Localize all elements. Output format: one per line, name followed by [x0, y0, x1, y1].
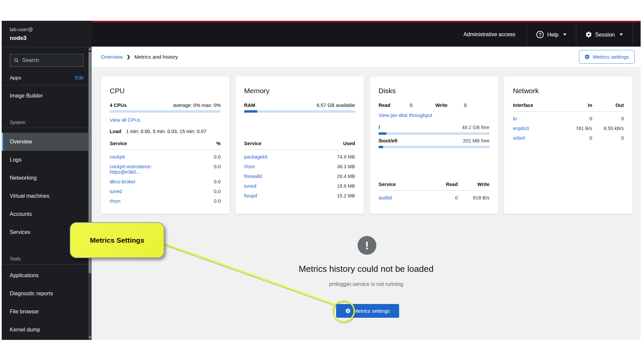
view-all-cpus-link[interactable]: View all CPUs: [110, 117, 141, 123]
service-read: 0: [426, 195, 458, 200]
disk-write-value: 0: [464, 103, 489, 108]
free-space: 49.2 GB free: [462, 125, 489, 130]
breadcrumb-overview-link[interactable]: Overview: [101, 54, 123, 60]
metrics-settings-button-primary[interactable]: Metrics settings: [336, 304, 399, 318]
session-label: Session: [595, 32, 615, 38]
help-menu[interactable]: ? Help: [527, 22, 576, 47]
service-value: 38.3 MB: [311, 164, 355, 169]
logged-in-user: lab-user@: [10, 25, 84, 34]
interface-link[interactable]: enp0s3: [513, 126, 560, 131]
divider: [2, 128, 92, 128]
disks-card-title: Disks: [379, 86, 490, 95]
apps-label: Apps: [10, 75, 21, 80]
filesystem-row: / 49.2 GB free: [379, 125, 490, 135]
memory-card-title: Memory: [244, 86, 355, 95]
table-row: enp0s3 781 B/s 9.55 kB/s: [513, 121, 624, 131]
help-label: Help: [547, 32, 558, 38]
column-header-service: Service: [110, 141, 176, 146]
empty-state-subtitle: pmlogger.service is not running: [92, 281, 641, 287]
disk-usage-bar-fill: [379, 132, 386, 135]
service-link[interactable]: cockpit: [110, 154, 176, 160]
table-row: packagekit 74.8 MB: [244, 150, 355, 160]
service-link[interactable]: fwupd: [244, 193, 311, 198]
column-header-in: In: [560, 103, 592, 108]
service-link[interactable]: dbus-broker: [110, 179, 176, 184]
ram-available: 6.57 GB available: [317, 103, 355, 108]
network-interface-rows: lo 0 0 enp0s3 781 B/s 9.55 kB/s: [513, 112, 624, 141]
administrative-access-button[interactable]: Administrative access: [464, 32, 527, 38]
search-input[interactable]: [22, 57, 79, 63]
session-menu[interactable]: Session: [576, 22, 632, 47]
sidebar-item-image-builder[interactable]: Image Builder: [2, 87, 92, 105]
sidebar-item-diagnostic-reports[interactable]: Diagnostic reports: [2, 285, 92, 303]
apps-edit-link[interactable]: Edit: [75, 75, 84, 80]
cpu-card: CPU 4 CPUs average: 0% max: 0% View all …: [101, 76, 229, 214]
load-values: 1 min: 0.00, 5 min: 0.03, 15 min: 0.07: [126, 129, 206, 134]
service-value: 0.0: [176, 154, 220, 160]
sidebar-item-accounts[interactable]: Accounts: [2, 205, 92, 223]
content-area: Overview ❯ Metrics and history Metrics s…: [92, 47, 641, 340]
interface-link[interactable]: virbr0: [513, 135, 560, 141]
ram-usage-bar-fill: [244, 110, 258, 113]
service-link[interactable]: packagekit: [244, 154, 311, 160]
network-card-title: Network: [513, 86, 624, 95]
gear-icon: [585, 54, 590, 59]
service-value: 0.0: [176, 164, 220, 175]
interface-in: 781 B/s: [560, 126, 592, 131]
usage-cards: CPU 4 CPUs average: 0% max: 0% View all …: [101, 76, 633, 214]
masthead-spacer: [633, 22, 641, 47]
breadcrumb-bar: Overview ❯ Metrics and history Metrics s…: [92, 47, 641, 67]
annotation-label: Metrics Settings: [90, 236, 144, 244]
table-row: tuned 18.8 MB: [244, 179, 355, 189]
metrics-settings-button-top[interactable]: Metrics settings: [579, 50, 635, 64]
service-value: 0.0: [176, 189, 220, 194]
column-header-write: Write: [458, 182, 490, 187]
service-link[interactable]: auditd: [379, 195, 426, 200]
interface-out: 0: [592, 135, 624, 141]
service-link[interactable]: firewalld: [244, 174, 311, 179]
sidebar-item-virtual-machines[interactable]: Virtual machines: [2, 187, 92, 205]
apps-row: Apps Edit: [2, 75, 92, 85]
sidebar-item-networking[interactable]: Networking: [2, 169, 92, 187]
sidebar-item-file-browser[interactable]: File browser: [2, 303, 92, 321]
help-icon: ?: [536, 31, 544, 38]
sidebar-item-applications[interactable]: Applications: [2, 266, 92, 285]
cpu-service-table: Service % cockpit 0.0 cockpit-wsinst: [110, 141, 221, 204]
column-header-used: Used: [311, 141, 355, 146]
column-header-percent: %: [176, 141, 220, 146]
view-per-disk-throughput-link[interactable]: View per-disk throughput: [379, 113, 432, 118]
column-header-service: Service: [244, 141, 311, 146]
service-link[interactable]: rhsm: [244, 164, 311, 169]
interface-link[interactable]: lo: [513, 116, 560, 121]
scrollbar-up-arrow[interactable]: [89, 48, 91, 50]
sidebar-scrollbar[interactable]: [88, 47, 92, 340]
sidebar-search[interactable]: [10, 54, 84, 67]
service-link[interactable]: rhsm: [110, 198, 176, 204]
scrollbar-down-arrow[interactable]: [89, 337, 91, 339]
table-row: tuned 0.0: [110, 184, 221, 194]
search-icon: [14, 58, 19, 63]
chevron-down-icon: [620, 34, 623, 36]
memory-service-rows: packagekit 74.8 MB rhsm 38.3 MB firewall…: [244, 150, 355, 198]
cpu-count: 4 CPUs: [110, 103, 127, 108]
chevron-right-icon: ❯: [127, 54, 130, 59]
service-value: 74.8 MB: [311, 154, 355, 160]
sidebar-item-kernel-dump[interactable]: Kernel dump: [2, 321, 92, 339]
breadcrumb: Overview ❯ Metrics and history: [101, 54, 178, 60]
table-row: dbus-broker 0.0: [110, 175, 221, 184]
disk-write-label: Write: [435, 103, 464, 108]
host-block: lab-user@ node3: [2, 21, 92, 47]
sidebar-item-logs[interactable]: Logs: [2, 151, 92, 169]
app-window: lab-user@ node3 Apps Edit Image Builder …: [2, 21, 641, 340]
cpu-usage-summary: average: 0% max: 0%: [173, 103, 221, 108]
service-link[interactable]: cockpit-wsinstance-https@e3b0...: [110, 164, 176, 175]
service-link[interactable]: tuned: [244, 183, 311, 189]
column-header-service: Service: [379, 182, 426, 187]
masthead: Administrative access ? Help Session: [92, 21, 641, 47]
table-row: virbr0 0 0: [513, 131, 624, 141]
sidebar-item-overview[interactable]: Overview: [2, 133, 92, 151]
service-link[interactable]: tuned: [110, 189, 176, 194]
interface-in: 0: [560, 116, 592, 121]
service-write: 818 B/s: [458, 195, 490, 200]
hostname: node3: [10, 34, 84, 43]
